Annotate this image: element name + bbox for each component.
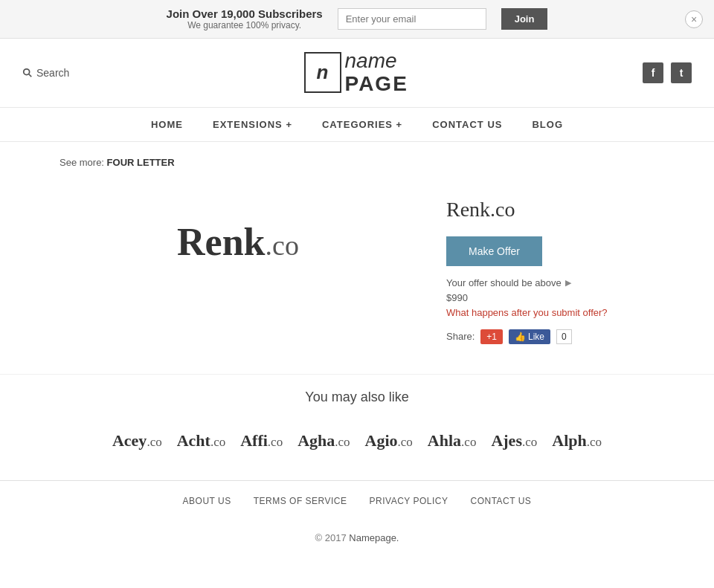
breadcrumb: See more: FOUR LETTER (0, 142, 714, 175)
breadcrumb-see-text: See more: (60, 157, 104, 168)
main-nav: HOME EXTENSIONS + CATEGORIES + CONTACT U… (0, 108, 714, 142)
you-may-also-heading: You may also like (0, 374, 714, 416)
social-icons: f t (643, 62, 692, 83)
logo-page: PAGE (345, 73, 408, 96)
facebook-count: 0 (556, 329, 572, 344)
footer-copyright-link[interactable]: Namepage. (349, 532, 399, 543)
share-row: Share: +1 👍 Like 0 (446, 329, 654, 344)
header: Search n name PAGE f t (0, 39, 714, 108)
list-item[interactable]: Acey.co (112, 431, 162, 450)
main-content: Renk.co Renk.co Make Offer Your offer sh… (0, 175, 714, 374)
twitter-icon[interactable]: t (671, 62, 692, 83)
list-item[interactable]: Ajes.co (491, 431, 537, 450)
similar-domains: Acey.co Acht.co Affi.co Agha.co Agio.co … (0, 416, 714, 480)
footer-contact-link[interactable]: CONTACT US (470, 496, 531, 506)
offer-price: $990 (446, 292, 654, 303)
domain-title: Renk.co (446, 198, 654, 222)
footer-privacy-link[interactable]: PRIVACY POLICY (370, 496, 448, 506)
banner-main-text: Join Over 19,000 Subscribers (167, 7, 323, 20)
logo-text: name PAGE (345, 50, 408, 96)
banner-join-button[interactable]: Join (501, 8, 548, 30)
banner-close-button[interactable]: × (685, 10, 703, 28)
banner-text: Join Over 19,000 Subscribers We guarante… (167, 7, 323, 30)
logo-name: name (345, 50, 408, 73)
make-offer-button[interactable]: Make Offer (446, 236, 542, 266)
footer-links: ABOUT US TERMS OF SERVICE PRIVACY POLICY… (0, 480, 714, 521)
list-item[interactable]: Affi.co (240, 431, 283, 450)
footer-copyright: © 2017 Namepage. (0, 521, 714, 562)
nav-item-categories[interactable]: CATEGORIES + (322, 119, 402, 130)
search-label: Search (36, 67, 69, 79)
domain-logo-name: Renk (177, 221, 265, 263)
footer-terms-link[interactable]: TERMS OF SERVICE (254, 496, 347, 506)
breadcrumb-link[interactable]: FOUR LETTER (107, 157, 175, 168)
domain-logo-display: Renk.co (177, 220, 299, 264)
nav-item-blog[interactable]: BLOG (532, 119, 563, 130)
domain-detail-section: Renk.co Make Offer Your offer should be … (446, 190, 654, 344)
nav-item-home[interactable]: HOME (151, 119, 183, 130)
footer-about-link[interactable]: ABOUT US (183, 496, 231, 506)
list-item[interactable]: Agio.co (365, 431, 413, 450)
list-item[interactable]: Acht.co (177, 431, 226, 450)
list-item[interactable]: Ahla.co (428, 431, 477, 450)
offer-info-text: Your offer should be above ▶ (446, 277, 654, 288)
list-item[interactable]: Agha.co (298, 431, 350, 450)
svg-line-1 (29, 74, 32, 77)
domain-logo-tld: .co (266, 230, 299, 261)
top-banner: Join Over 19,000 Subscribers We guarante… (0, 0, 714, 39)
logo[interactable]: n name PAGE (304, 50, 408, 96)
nav-item-contact[interactable]: CONTACT US (432, 119, 502, 130)
what-happens-link[interactable]: What happens after you submit offer? (446, 307, 654, 318)
list-item[interactable]: Alph.co (552, 431, 602, 450)
search-link[interactable]: Search (22, 67, 69, 79)
facebook-icon[interactable]: f (643, 62, 663, 83)
search-icon (22, 68, 33, 78)
svg-point-0 (24, 69, 30, 75)
nav-item-extensions[interactable]: EXTENSIONS + (213, 119, 292, 130)
banner-email-input[interactable] (338, 8, 486, 30)
gplus-button[interactable]: +1 (480, 329, 503, 344)
banner-sub-text: We guarantee 100% privacy. (167, 20, 323, 30)
logo-icon-box: n (304, 52, 341, 93)
offer-arrow-icon: ▶ (565, 278, 571, 288)
share-label: Share: (446, 331, 475, 342)
facebook-like-button[interactable]: 👍 Like (509, 329, 550, 344)
domain-logo-section: Renk.co (60, 190, 416, 294)
